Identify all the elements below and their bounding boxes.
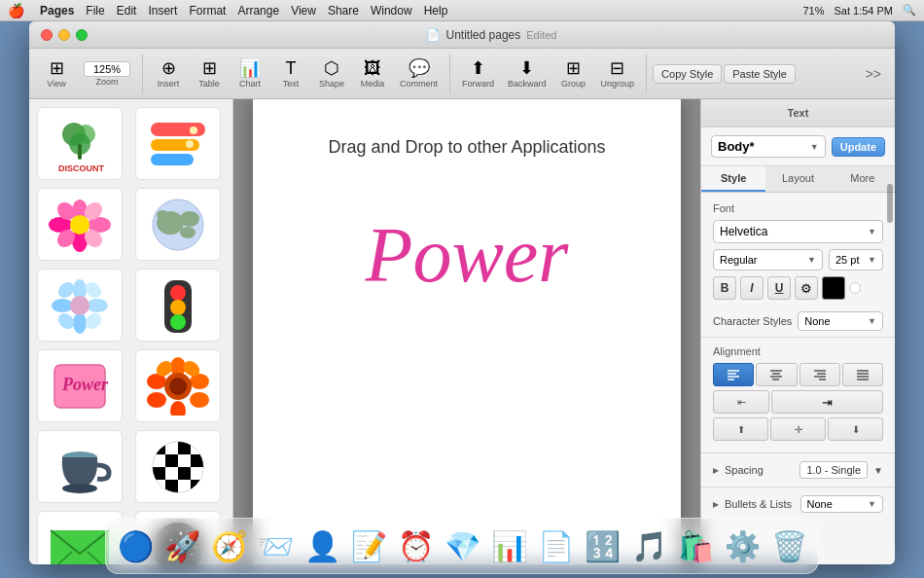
minimize-button[interactable] xyxy=(58,29,70,41)
paste-style-button[interactable]: Paste Style xyxy=(724,64,796,84)
view-label: View xyxy=(47,79,65,89)
font-size-dropdown[interactable]: 25 pt ▼ xyxy=(829,249,883,271)
forward-button[interactable]: ⬆ Forward xyxy=(456,55,500,92)
svg-point-8 xyxy=(190,126,197,134)
dock-mail[interactable]: 📨 xyxy=(254,524,297,567)
time-display: Sat 1:54 PM xyxy=(834,5,893,17)
menu-help[interactable]: Help xyxy=(424,4,448,18)
indent-increase-button[interactable]: ⇥ xyxy=(771,390,883,414)
sticker-9[interactable] xyxy=(37,430,123,503)
bold-button[interactable]: B xyxy=(713,276,736,300)
sticker-6[interactable] xyxy=(135,269,221,342)
menu-view[interactable]: View xyxy=(291,4,316,18)
insert-button[interactable]: ⊕ Insert xyxy=(149,55,188,92)
menu-format[interactable]: Format xyxy=(189,4,226,18)
text-color-swatch[interactable] xyxy=(822,276,845,300)
align-right-button[interactable] xyxy=(800,363,840,386)
format-buttons-row: B I U ⚙ xyxy=(713,276,883,300)
ungroup-button[interactable]: ⊟ Ungroup xyxy=(595,55,641,92)
spacing-section[interactable]: ▶ Spacing 1.0 - Single ▼ xyxy=(701,453,895,488)
toolbar-more-button[interactable]: >> xyxy=(860,62,887,86)
media-button[interactable]: 🖼 Media xyxy=(353,55,392,92)
media-label: Media xyxy=(361,79,385,89)
align-center-button[interactable] xyxy=(756,363,797,386)
sticker-3[interactable] xyxy=(37,188,123,261)
title-bar: 📄 Untitled pages Edited xyxy=(29,21,895,49)
font-name-dropdown[interactable]: Helvetica ▼ xyxy=(713,220,883,243)
style-dropdown-chevron: ▼ xyxy=(810,142,819,152)
canvas-area: Drag and Drop to other Applications Powe… xyxy=(233,99,700,564)
tab-more[interactable]: More xyxy=(831,166,895,192)
body-style-dropdown[interactable]: Body* ▼ xyxy=(711,135,826,158)
dock-finder[interactable]: 🔵 xyxy=(114,524,157,567)
menu-edit[interactable]: Edit xyxy=(117,4,137,18)
menu-file[interactable]: File xyxy=(86,4,104,18)
valign-middle-button[interactable]: ✛ xyxy=(770,417,826,441)
menu-insert[interactable]: Insert xyxy=(148,4,177,18)
close-button[interactable] xyxy=(41,29,53,41)
sticker-4[interactable] xyxy=(135,188,221,261)
bullets-dropdown[interactable]: None ▼ xyxy=(800,495,884,513)
dock-safari[interactable]: 🧭 xyxy=(207,524,250,567)
menu-share[interactable]: Share xyxy=(328,4,359,18)
sticker-2[interactable] xyxy=(135,107,221,180)
app-window: 📄 Untitled pages Edited ⊞ View 125% Zoom… xyxy=(29,21,895,564)
align-justify-button[interactable] xyxy=(842,363,883,386)
search-icon[interactable]: 🔍 xyxy=(903,4,916,17)
group-button[interactable]: ⊞ Group xyxy=(554,55,593,92)
menu-arrange[interactable]: Arrange xyxy=(237,4,279,18)
dock-numbers[interactable]: 🔢 xyxy=(581,524,623,567)
dock-trash[interactable]: 🗑️ xyxy=(767,524,810,567)
italic-button[interactable]: I xyxy=(740,276,764,300)
dock-appstore[interactable]: 🛍️ xyxy=(674,524,717,567)
character-styles-chevron: ▼ xyxy=(868,316,876,326)
chart-button[interactable]: 📊 Chart xyxy=(231,55,269,92)
copy-style-button[interactable]: Copy Style xyxy=(653,64,722,84)
style-selector-row: Body* ▼ Update xyxy=(701,127,895,166)
font-weight-dropdown[interactable]: Regular ▼ xyxy=(713,249,823,271)
character-styles-dropdown[interactable]: None ▼ xyxy=(798,311,883,331)
copy-paste-group: Copy Style Paste Style xyxy=(653,64,796,84)
tab-layout[interactable]: Layout xyxy=(765,166,830,192)
bullets-chevron: ▼ xyxy=(868,499,876,509)
tab-style[interactable]: Style xyxy=(701,166,765,192)
sticker-8[interactable] xyxy=(135,349,221,422)
apple-menu[interactable]: 🍎 xyxy=(8,3,24,18)
character-styles-row: Character Styles None ▼ xyxy=(701,306,895,338)
dock-pages[interactable]: 📄 xyxy=(534,524,577,567)
dock-system-prefs[interactable]: ⚙️ xyxy=(721,524,764,567)
sticker-1[interactable]: DISCOUNT xyxy=(37,107,123,180)
dock-launchpad[interactable]: 🚀 xyxy=(160,524,203,567)
dock-itunes[interactable]: 🎵 xyxy=(627,524,670,567)
valign-bottom-button[interactable]: ⬇ xyxy=(828,417,883,441)
dock-notes[interactable]: 📝 xyxy=(347,524,390,567)
view-button[interactable]: ⊞ View xyxy=(37,55,76,92)
maximize-button[interactable] xyxy=(76,29,88,41)
text-button[interactable]: T Text xyxy=(271,55,310,92)
menu-window[interactable]: Window xyxy=(371,4,412,18)
table-button[interactable]: ⊞ Table xyxy=(190,55,229,92)
sticker-5[interactable] xyxy=(37,269,123,342)
menu-pages[interactable]: Pages xyxy=(40,4,74,18)
dock-sketch[interactable]: 💎 xyxy=(441,524,483,567)
dock-reminders[interactable]: ⏰ xyxy=(394,524,437,567)
main-area: DISCOUNT xyxy=(29,99,895,564)
font-name-value: Helvetica xyxy=(720,225,767,238)
text-options-button[interactable]: ⚙ xyxy=(795,276,818,300)
dock-keynote[interactable]: 📊 xyxy=(487,524,530,567)
font-weight-value: Regular xyxy=(720,254,758,266)
dock-contacts[interactable]: 👤 xyxy=(301,524,343,567)
sticker-10[interactable] xyxy=(135,430,221,503)
backward-button[interactable]: ⬇ Backward xyxy=(502,55,552,92)
update-style-button[interactable]: Update xyxy=(832,137,885,157)
align-left-button[interactable] xyxy=(713,363,754,386)
shape-button[interactable]: ⬡ Shape xyxy=(312,55,351,92)
svg-point-34 xyxy=(170,285,186,301)
comment-button[interactable]: 💬 Comment xyxy=(394,55,444,92)
chart-icon: 📊 xyxy=(239,59,261,77)
zoom-value[interactable]: 125% xyxy=(84,61,130,77)
valign-top-button[interactable]: ⬆ xyxy=(713,417,768,441)
underline-button[interactable]: U xyxy=(767,276,791,300)
indent-decrease-button[interactable]: ⇤ xyxy=(713,390,769,414)
sticker-7[interactable]: Power xyxy=(37,349,123,422)
